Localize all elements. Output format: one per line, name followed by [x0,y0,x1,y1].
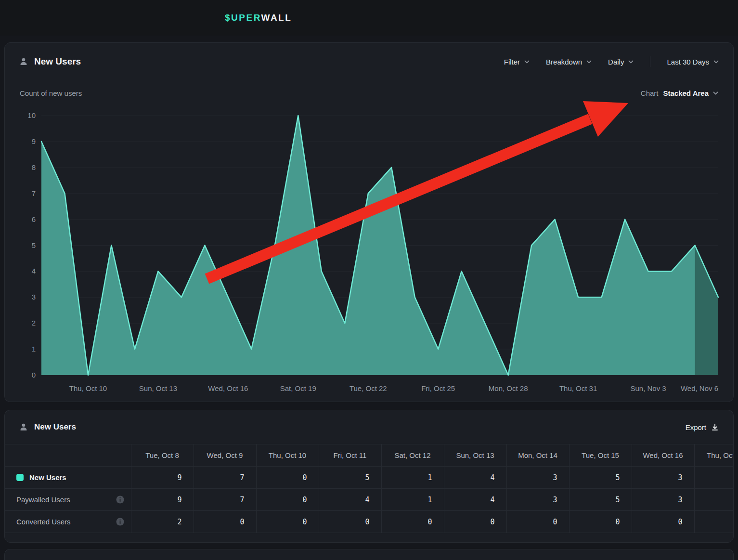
svg-text:Sun, Oct 13: Sun, Oct 13 [139,384,177,392]
table-cell [694,489,733,511]
new-users-chart-card: New Users Filter Breakdown Daily Last 30… [4,42,734,402]
table-cell: 0 [194,511,256,533]
info-icon[interactable] [116,518,124,526]
table-cell: 4 [444,489,506,511]
controls-divider [650,56,650,67]
top-navigation-bar: $UPERWALL [0,0,738,36]
logo-text-primary: $UPER [225,13,261,23]
superwall-logo[interactable]: $UPERWALL [225,13,292,23]
filter-dropdown-label: Filter [504,58,520,66]
table-cell: 5 [569,467,632,489]
export-button[interactable]: Export [686,423,719,431]
chevron-down-icon [713,60,719,64]
svg-text:Tue, Oct 22: Tue, Oct 22 [350,384,387,392]
chart-type-value: Stacked Area [663,89,709,97]
column-header: Mon, Oct 14 [506,444,569,467]
chevron-down-icon [524,60,530,64]
table-row: Paywalled Users970414353 [5,489,733,511]
data-table-scroll-container[interactable]: Tue, Oct 8Wed, Oct 9Thu, Oct 10Fri, Oct … [5,444,733,533]
chart-type-label: Chart [641,89,659,97]
row-label-new-users: New Users [5,467,131,489]
table-cell: 4 [319,489,381,511]
chevron-down-icon [628,60,634,64]
svg-text:6: 6 [32,215,36,223]
download-icon [711,423,719,431]
svg-text:3: 3 [32,293,36,301]
svg-text:7: 7 [32,189,36,197]
interval-dropdown[interactable]: Daily [608,58,634,66]
table-cell: 7 [194,467,256,489]
svg-text:4: 4 [32,267,36,275]
table-cell: 4 [444,467,506,489]
table-cell [694,467,733,489]
table-cell: 5 [569,489,632,511]
info-icon[interactable] [116,495,124,504]
breakdown-dropdown[interactable]: Breakdown [546,58,592,66]
column-header: Fri, Oct 11 [319,444,381,467]
table-cell: 0 [632,511,694,533]
table-cell: 0 [256,511,319,533]
column-header: Wed, Oct 9 [194,444,256,467]
table-cell: 1 [381,489,444,511]
svg-text:9: 9 [32,137,36,145]
person-icon [19,57,28,66]
date-range-dropdown-label: Last 30 Days [667,58,709,66]
table-cell: 0 [569,511,632,533]
export-button-label: Export [686,423,706,431]
svg-text:Wed, Nov 6: Wed, Nov 6 [681,384,718,392]
date-range-dropdown[interactable]: Last 30 Days [667,58,719,66]
table-cell: 3 [632,489,694,511]
column-header: Sat, Oct 12 [381,444,444,467]
table-card-title: New Users [34,422,76,432]
table-cell: 2 [131,511,194,533]
table-card-header: New Users Export [5,410,733,444]
stacked-area-chart[interactable]: 012345678910Thu, Oct 10Sun, Oct 13Wed, O… [20,112,733,401]
chart-type-dropdown[interactable]: Stacked Area [663,89,719,97]
table-cell [694,511,733,533]
chart-controls: Filter Breakdown Daily Last 30 Days [504,56,719,67]
svg-text:Thu, Oct 10: Thu, Oct 10 [69,384,107,392]
row-label-converted-users: Converted Users [5,511,131,533]
table-row: New Users970514353 [5,467,733,489]
svg-text:8: 8 [32,163,36,171]
svg-text:Thu, Oct 31: Thu, Oct 31 [559,384,597,392]
table-cell: 3 [632,467,694,489]
chevron-down-icon [713,91,718,95]
svg-text:10: 10 [27,112,36,119]
new-users-table-card: New Users Export Tue, Oct 8Wed, Oct 9Thu… [4,410,734,543]
table-row: Converted Users200000000 [5,511,733,533]
table-cell: 0 [444,511,506,533]
table-cell: 9 [131,489,194,511]
chart-type-control: Chart Stacked Area [641,89,718,97]
chart-area[interactable]: 012345678910Thu, Oct 10Sun, Oct 13Wed, O… [20,112,733,401]
person-icon [19,423,28,431]
svg-text:Fri, Oct 25: Fri, Oct 25 [421,384,455,392]
table-cell: 3 [506,467,569,489]
row-label-paywalled-users: Paywalled Users [5,489,131,511]
column-header: Tue, Oct 15 [569,444,632,467]
svg-text:Wed, Oct 16: Wed, Oct 16 [208,384,248,392]
svg-text:1: 1 [32,345,36,353]
series-swatch [16,474,24,481]
table-corner-cell [5,444,131,467]
table-cell: 5 [319,467,381,489]
table-cell: 0 [256,489,319,511]
chart-subtitle: Count of new users [20,89,82,97]
table-cell: 0 [506,511,569,533]
table-cell: 0 [256,467,319,489]
chart-meta-row: Count of new users Chart Stacked Area [5,87,733,99]
new-users-data-table: Tue, Oct 8Wed, Oct 9Thu, Oct 10Fri, Oct … [5,444,733,533]
filter-dropdown[interactable]: Filter [504,58,530,66]
svg-text:Sun, Nov 3: Sun, Nov 3 [630,384,666,392]
next-card-peek [4,549,734,560]
column-header: Thu, Oct 17 [694,444,733,467]
chart-card-title: New Users [34,56,81,67]
interval-dropdown-label: Daily [608,58,624,66]
svg-text:2: 2 [32,319,36,327]
table-header-row: Tue, Oct 8Wed, Oct 9Thu, Oct 10Fri, Oct … [5,444,733,467]
column-header: Thu, Oct 10 [256,444,319,467]
chart-card-header: New Users Filter Breakdown Daily Last 30… [5,43,733,80]
table-cell: 0 [319,511,381,533]
column-header: Tue, Oct 8 [131,444,194,467]
table-cell: 1 [381,467,444,489]
